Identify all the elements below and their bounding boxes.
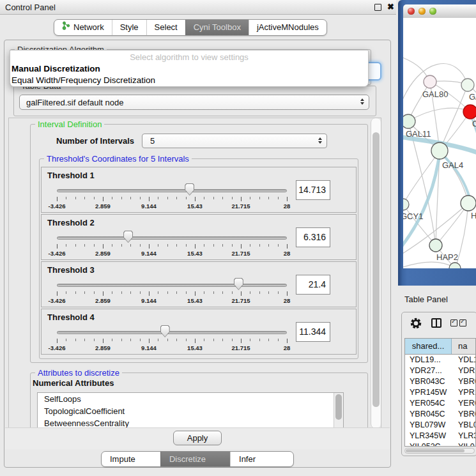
attribute-item-selfloops[interactable]: SelfLoops xyxy=(38,393,343,405)
tab-jactivemnodules[interactable]: jActiveMNodules xyxy=(249,20,326,35)
table-row[interactable]: YPR145WYPR1 xyxy=(405,387,475,398)
attribute-item-topologicalcoefficient[interactable]: TopologicalCoefficient xyxy=(38,405,343,417)
slider-tick xyxy=(167,244,168,247)
column-header-name[interactable]: na xyxy=(452,339,475,354)
panel-vertical-scrollbar[interactable] xyxy=(371,118,381,428)
threshold-value-field[interactable]: 11.344 xyxy=(296,322,330,342)
slider-tick xyxy=(112,244,112,247)
slider-tick xyxy=(140,244,141,247)
slider-thumb[interactable] xyxy=(160,325,170,337)
number-of-intervals-value: 5 xyxy=(150,136,155,146)
network-node-gal80[interactable] xyxy=(424,75,436,88)
tab-style[interactable]: Style xyxy=(112,20,146,35)
algorithm-option-equal-width-frequency-discretization[interactable]: Equal Width/Frequency Discretization xyxy=(10,75,368,86)
table-row[interactable]: YER054CYER0 xyxy=(405,398,475,409)
network-node-gal11[interactable] xyxy=(403,114,415,128)
table-row[interactable]: YBR043CYBR0 xyxy=(405,376,475,387)
attributes-list-scrollbar[interactable] xyxy=(334,393,343,427)
slider-track[interactable] xyxy=(57,284,287,287)
network-canvas[interactable]: GAL80GACGAL11GAL4GCY1HHAP2 xyxy=(403,18,476,268)
slider-tick xyxy=(204,197,204,199)
tab-discretize-data[interactable]: Discretize Data xyxy=(160,452,230,466)
network-node-gcy1[interactable] xyxy=(403,199,409,210)
slider-tick xyxy=(278,244,279,247)
slider-tick xyxy=(149,197,150,201)
slider-tick xyxy=(158,197,158,199)
zoom-traffic-light[interactable] xyxy=(429,8,436,15)
table-data-combobox[interactable]: galFiltered.sif default node xyxy=(19,95,369,110)
slider-thumb[interactable] xyxy=(234,278,243,290)
slider-track[interactable] xyxy=(57,236,287,240)
slider-tick xyxy=(149,291,150,296)
number-of-intervals-spinner[interactable]: 5 xyxy=(142,134,327,148)
slider-tick xyxy=(158,339,158,341)
tab-infer-network[interactable]: Infer Network xyxy=(230,452,293,466)
column-header-shared-name[interactable]: shared... xyxy=(405,339,452,354)
attribute-item-betweennesscentrality[interactable]: BetweennessCentrality xyxy=(38,417,343,428)
table-row[interactable]: YBL079WYBL0 xyxy=(405,420,475,431)
slider-track[interactable] xyxy=(57,189,287,192)
slider-tick xyxy=(195,339,196,343)
threshold-value-field[interactable]: 21.4 xyxy=(296,275,330,295)
attributes-list-scrollbar-thumb[interactable] xyxy=(335,394,342,420)
slider-tick xyxy=(66,339,66,341)
spinner-arrows-icon[interactable] xyxy=(318,137,322,144)
slider-tick xyxy=(213,291,214,294)
network-node-hap2[interactable] xyxy=(429,239,442,252)
slider-tick-label: 9.144 xyxy=(141,297,157,304)
float-window-icon[interactable] xyxy=(374,4,381,11)
slider-tick xyxy=(103,339,104,343)
table-row[interactable]: YIL052CYIL0 xyxy=(405,441,475,447)
slider-tick xyxy=(232,339,233,341)
cell-name: YIL0 xyxy=(451,441,475,447)
slider-track[interactable] xyxy=(57,331,287,334)
slider-tick xyxy=(121,197,122,199)
select-columns-checkboxes-icon[interactable] xyxy=(450,319,466,326)
network-node-h[interactable] xyxy=(461,196,476,211)
tab-network[interactable]: Network xyxy=(54,20,112,35)
slider-tick-label: 21.715 xyxy=(231,344,250,351)
column-chooser-icon[interactable] xyxy=(431,318,441,328)
slider-tick-label: -3.426 xyxy=(49,250,66,257)
slider-tick xyxy=(204,339,204,341)
slider-tick xyxy=(140,197,141,199)
tab-impute-data[interactable]: Impute Data xyxy=(102,452,160,466)
table-horizontal-scrollbar[interactable] xyxy=(404,448,475,454)
slider-tick xyxy=(232,244,233,247)
table-row[interactable]: YBR045CYBR0 xyxy=(405,409,475,420)
table-row[interactable]: YDR27...YDR2 xyxy=(405,365,475,376)
cell-shared-name: YER054C xyxy=(405,398,451,409)
table-horizontal-scrollbar-thumb[interactable] xyxy=(406,449,464,452)
tab-select[interactable]: Select xyxy=(146,20,185,35)
network-node-label: GAL4 xyxy=(442,160,463,170)
slider-tick-label: -3.426 xyxy=(49,344,66,351)
slider-tick-label: 21.715 xyxy=(231,297,250,304)
slider-tick xyxy=(204,291,204,294)
apply-button[interactable]: Apply xyxy=(173,431,222,445)
network-window-titlebar[interactable] xyxy=(403,4,476,19)
network-node-gal4[interactable] xyxy=(431,142,448,159)
tab-label: Select xyxy=(155,20,178,35)
algorithm-option-manual-discretization[interactable]: Manual Discretization xyxy=(10,63,368,75)
close-traffic-light[interactable] xyxy=(408,8,415,15)
threshold-label: Threshold 2 xyxy=(47,218,95,227)
table-row[interactable]: YDL19...YDL1 xyxy=(405,355,475,365)
table-row[interactable]: YLR345WYLR3 xyxy=(405,431,475,441)
numerical-attributes-list[interactable]: SelfLoopsTopologicalCoefficientBetweenne… xyxy=(37,392,344,428)
slider-tick xyxy=(140,291,141,294)
slider-tick xyxy=(195,197,196,201)
close-icon[interactable]: ✖ xyxy=(387,3,394,11)
settings-gear-icon[interactable] xyxy=(410,317,422,330)
slider-tick xyxy=(213,244,214,247)
slider-tick xyxy=(287,339,288,343)
threshold-value-field[interactable]: 6.316 xyxy=(296,227,330,247)
panel-vertical-scrollbar-thumb[interactable] xyxy=(372,132,380,407)
network-node-c[interactable] xyxy=(463,105,476,119)
slider-thumb[interactable] xyxy=(123,231,133,243)
slider-thumb[interactable] xyxy=(185,183,194,196)
cell-shared-name: YPR145W xyxy=(405,387,451,398)
minimize-traffic-light[interactable] xyxy=(418,8,426,15)
network-node-ga[interactable] xyxy=(461,79,474,91)
tab-cyni-toolbox[interactable]: Cyni Toolbox xyxy=(185,20,249,35)
threshold-value-field[interactable]: 14.713 xyxy=(296,180,330,200)
